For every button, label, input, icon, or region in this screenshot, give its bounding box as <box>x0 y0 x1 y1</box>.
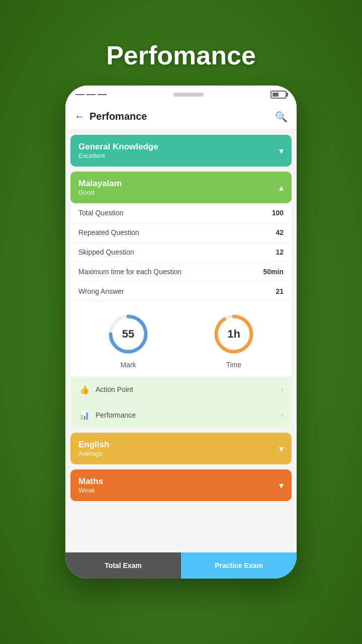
search-icon[interactable]: 🔍 <box>275 111 288 123</box>
action-point-label: Action Point <box>96 385 281 393</box>
english-card[interactable]: English Average ▾ <box>70 433 292 464</box>
maths-card[interactable]: Maths Weak ▾ <box>70 469 292 501</box>
mark-label: Mark <box>120 361 136 369</box>
malayalam-status: Good <box>78 189 122 196</box>
practice-exam-tab[interactable]: Practice Exam <box>181 552 297 579</box>
time-circle: 1h <box>211 311 256 357</box>
stat-label-maxtime: Maximum time for each Question <box>78 268 182 276</box>
english-chevron: ▾ <box>279 443 284 454</box>
performance-label: Performance <box>96 411 281 419</box>
stat-value-wrong: 21 <box>276 287 284 295</box>
header-title: Perfomance <box>89 111 275 122</box>
stat-value-repeated: 42 <box>276 228 284 236</box>
battery-icon <box>270 91 287 99</box>
stat-label-total: Total Question <box>78 209 124 217</box>
action-point-icon: 👍 <box>78 383 90 395</box>
time-label: Time <box>226 361 242 369</box>
charts-row: 55 Mark 1h Time <box>70 301 292 376</box>
malayalam-expanded: Total Question 100 Repeated Question 42 … <box>70 203 292 428</box>
page-background-title: Perfomance <box>106 40 256 70</box>
maths-status: Weak <box>78 487 103 494</box>
maths-header[interactable]: Maths Weak ▾ <box>70 469 292 501</box>
total-exam-tab[interactable]: Total Exam <box>65 552 181 579</box>
mark-circle: 55 <box>106 311 151 357</box>
performance-row[interactable]: 📊 Performance › <box>70 402 292 428</box>
time-value: 1h <box>227 328 240 341</box>
stat-value-skipped: 12 <box>276 248 284 256</box>
action-point-arrow: › <box>281 385 284 393</box>
stat-row-repeated: Repeated Question 42 <box>70 223 292 243</box>
stat-row-skipped: Skipped Question 12 <box>70 243 292 262</box>
general-knowledge-status: Excellent <box>78 152 158 159</box>
stat-value-maxtime: 50min <box>263 268 284 276</box>
stat-label-skipped: Skipped Question <box>78 248 134 256</box>
stat-row-maxtime: Maximum time for each Question 50min <box>70 262 292 282</box>
general-knowledge-card[interactable]: General Knowledge Excellent ▾ <box>70 135 292 167</box>
status-bar <box>65 86 297 104</box>
stat-value-total: 100 <box>272 209 284 217</box>
action-point-row[interactable]: 👍 Action Point › <box>70 376 292 402</box>
malayalam-name: Malayalam <box>78 179 122 189</box>
maths-name: Maths <box>78 476 103 487</box>
notch <box>173 93 204 97</box>
mark-value: 55 <box>122 328 134 341</box>
performance-icon: 📊 <box>78 409 90 421</box>
phone-frame: ← Perfomance 🔍 General Knowledge Excelle… <box>65 86 297 579</box>
malayalam-header[interactable]: Malayalam Good ▴ <box>70 172 292 203</box>
english-name: English <box>78 440 109 450</box>
time-chart: 1h Time <box>211 311 256 369</box>
english-status: Average <box>78 450 109 457</box>
main-content: General Knowledge Excellent ▾ Malayalam … <box>65 130 297 552</box>
mark-chart: 55 Mark <box>106 311 151 369</box>
performance-arrow: › <box>281 411 284 419</box>
maths-chevron: ▾ <box>279 480 284 491</box>
english-header[interactable]: English Average ▾ <box>70 433 292 464</box>
app-header: ← Perfomance 🔍 <box>65 104 297 130</box>
stat-label-repeated: Repeated Question <box>78 228 139 236</box>
stat-row-wrong: Wrong Answer 21 <box>70 282 292 301</box>
back-button[interactable]: ← <box>74 111 84 122</box>
general-knowledge-name: General Knowledge <box>78 142 158 152</box>
general-knowledge-header[interactable]: General Knowledge Excellent ▾ <box>70 135 292 167</box>
malayalam-card[interactable]: Malayalam Good ▴ <box>70 172 292 203</box>
bottom-tabs: Total Exam Practice Exam <box>65 552 297 579</box>
stat-row-total: Total Question 100 <box>70 203 292 223</box>
stat-label-wrong: Wrong Answer <box>78 287 124 295</box>
general-knowledge-chevron: ▾ <box>279 145 284 156</box>
malayalam-chevron: ▴ <box>279 182 284 193</box>
hamburger-menu <box>75 93 107 96</box>
